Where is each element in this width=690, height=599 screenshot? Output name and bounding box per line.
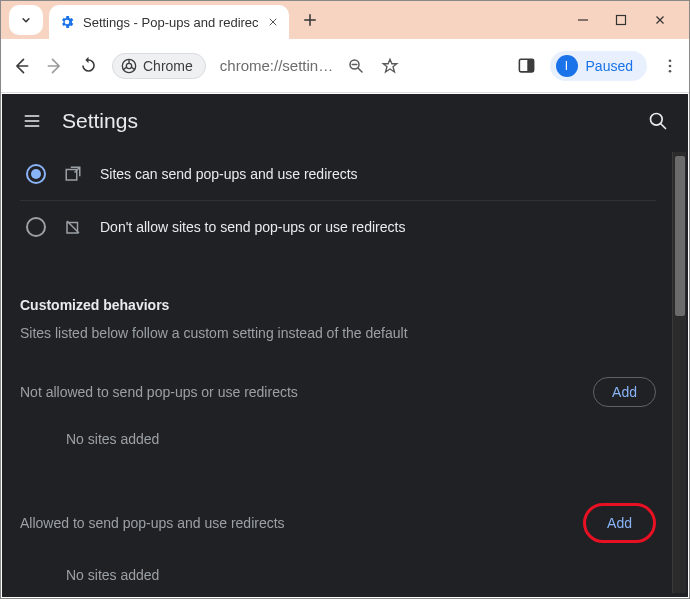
settings-header: Settings [2,94,688,148]
add-allowed-button[interactable]: Add [588,508,651,538]
kebab-icon [661,57,679,75]
minimize-button[interactable] [577,14,589,26]
allowed-title: Allowed to send pop-ups and use redirect… [20,515,285,531]
popup-block-icon [64,218,82,236]
custom-behaviors-heading: Customized behaviors [20,297,656,313]
maximize-button[interactable] [615,14,627,26]
new-tab-button[interactable] [301,11,319,29]
chevron-down-icon [19,13,33,27]
bookmark-button[interactable] [381,57,399,75]
avatar: I [556,55,578,77]
close-tab-button[interactable] [267,16,279,28]
reload-button[interactable] [79,56,98,75]
option-allow-popups[interactable]: Sites can send pop-ups and use redirects [20,148,656,200]
arrow-right-icon [45,56,65,76]
close-icon [267,16,279,28]
allowed-section: Allowed to send pop-ups and use redirect… [20,503,656,543]
custom-behaviors-subtext: Sites listed below follow a custom setti… [20,325,656,341]
settings-menu-button[interactable] [22,111,42,131]
site-info-chip[interactable]: Chrome [112,53,206,79]
side-panel-icon [517,56,536,75]
svg-point-7 [669,64,672,67]
page-title: Settings [62,109,138,133]
profile-button[interactable]: I Paused [550,51,647,81]
window-controls [577,1,683,39]
close-window-button[interactable] [653,13,667,27]
reload-icon [79,56,98,75]
scrollbar-thumb[interactable] [675,156,685,316]
address-bar[interactable]: chrome://settin… [220,57,333,74]
tab-title: Settings - Pop-ups and redirec [83,15,259,30]
not-allowed-section: Not allowed to send pop-ups or use redir… [20,377,656,407]
not-allowed-empty: No sites added [66,431,656,447]
menu-button[interactable] [661,57,679,75]
search-settings-button[interactable] [648,111,668,131]
not-allowed-title: Not allowed to send pop-ups or use redir… [20,384,298,400]
back-button[interactable] [11,56,31,76]
toolbar: Chrome chrome://settin… I Paused [1,39,689,93]
plus-icon [301,11,319,29]
settings-content: Sites can send pop-ups and use redirects… [12,148,664,597]
radio-selected [26,164,46,184]
scrollbar[interactable] [672,152,686,593]
site-info-label: Chrome [143,58,193,74]
svg-point-6 [669,59,672,62]
svg-point-8 [669,69,672,72]
svg-point-2 [126,63,131,68]
browser-tab[interactable]: Settings - Pop-ups and redirec [49,5,289,39]
allowed-empty: No sites added [66,567,656,583]
gear-icon [59,14,75,30]
settings-page: Settings Sites can send pop-ups and use … [2,94,688,597]
side-panel-button[interactable] [517,56,536,75]
option-label: Don't allow sites to send pop-ups or use… [100,219,405,235]
zoom-button[interactable] [347,57,365,75]
add-allowed-highlight: Add [583,503,656,543]
chrome-logo-icon [121,58,137,74]
svg-rect-11 [67,223,78,234]
option-block-popups[interactable]: Don't allow sites to send pop-ups or use… [20,200,656,253]
profile-status: Paused [586,58,633,74]
svg-rect-0 [617,16,626,25]
forward-button[interactable] [45,56,65,76]
option-label: Sites can send pop-ups and use redirects [100,166,358,182]
popup-allow-icon [64,165,82,183]
hamburger-icon [22,111,42,131]
search-icon [648,111,668,131]
zoom-icon [347,57,365,75]
arrow-left-icon [11,56,31,76]
tab-search-button[interactable] [9,5,43,35]
radio-unselected [26,217,46,237]
add-not-allowed-button[interactable]: Add [593,377,656,407]
star-icon [381,57,399,75]
svg-rect-5 [527,59,533,72]
titlebar: Settings - Pop-ups and redirec [1,1,689,39]
